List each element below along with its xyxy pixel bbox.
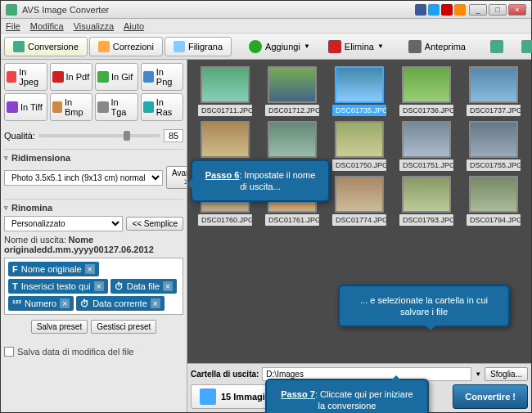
callout-step7: Passo 7: Cliccate qui per iniziare la co… xyxy=(265,379,429,413)
rotate-right-button[interactable] xyxy=(514,36,532,57)
tab-conversion[interactable]: Conversione xyxy=(4,37,88,56)
star-icon xyxy=(98,41,110,52)
app-icon xyxy=(6,4,17,16)
twitter-icon[interactable] xyxy=(428,4,440,16)
thumbnail-image xyxy=(268,121,317,158)
convert-icon xyxy=(13,41,25,52)
thumbnail-label: DSC01736.JPG xyxy=(399,105,453,116)
manage-preset-button[interactable]: Gestisci preset xyxy=(91,320,156,334)
format-in-png[interactable]: In Png xyxy=(141,63,184,91)
remove-tag-icon[interactable]: × xyxy=(94,281,104,291)
preview-button[interactable]: Anteprima xyxy=(401,36,473,57)
menu-view[interactable]: Visualizza xyxy=(74,21,114,31)
format-in-gif[interactable]: In Gif xyxy=(95,63,138,91)
menu-bar: File Modifica Visualizza Aiuto xyxy=(1,19,531,34)
thumbnail-item[interactable]: DSC01793.JPG xyxy=(395,176,458,226)
thumbnail-item[interactable]: DSC01751.JPG xyxy=(395,121,458,171)
rename-tag[interactable]: ⏱Data corrente× xyxy=(76,296,165,311)
format-in-pdf[interactable]: In Pdf xyxy=(50,63,93,91)
thumbnail-image xyxy=(201,121,250,158)
rotate-left-button[interactable] xyxy=(483,36,511,57)
thumbnail-image xyxy=(335,121,384,158)
remove-tag-icon[interactable]: × xyxy=(60,299,70,308)
titlebar[interactable]: AVS Image Converter _ □ × xyxy=(1,1,531,19)
minimize-button[interactable]: _ xyxy=(469,4,487,16)
facebook-icon[interactable] xyxy=(415,4,426,16)
youtube-icon[interactable] xyxy=(441,4,453,16)
rename-tag[interactable]: ¹²³Numero× xyxy=(8,296,74,311)
thumbnail-image xyxy=(469,121,518,158)
rename-mode-select[interactable]: Personalizzato xyxy=(4,216,123,231)
thumbnail-image xyxy=(469,66,518,103)
format-icon xyxy=(143,71,154,83)
thumbnail-item[interactable]: DSC01735.JPG xyxy=(328,66,390,116)
remove-button[interactable]: Elimina▼ xyxy=(321,36,391,57)
thumbnail-label: DSC01774.JPG xyxy=(332,214,386,226)
tab-watermark[interactable]: Filigrana xyxy=(165,37,232,56)
remove-tag-icon[interactable]: × xyxy=(151,299,160,308)
keep-date-checkbox[interactable]: Salva data di modifica del file xyxy=(4,347,183,357)
remove-tag-icon[interactable]: × xyxy=(85,264,95,274)
menu-file[interactable]: File xyxy=(6,21,20,31)
thumbnail-item[interactable]: DSC01774.JPG xyxy=(328,176,390,226)
format-icon xyxy=(7,71,16,83)
rename-tag[interactable]: TInserisci testo qui× xyxy=(8,279,108,294)
browse-button[interactable]: Sfoglia... xyxy=(485,367,528,381)
format-icon xyxy=(97,101,109,113)
menu-edit[interactable]: Modifica xyxy=(30,21,64,31)
thumbnail-image xyxy=(335,176,384,213)
simple-button[interactable]: << Semplice xyxy=(126,217,183,231)
rename-tags: FNome originale×TInserisci testo qui×⏱Da… xyxy=(4,258,183,315)
resize-preset-select[interactable]: Photo 3.5x5.1 inch (9x13 cm) normal xyxy=(4,170,163,186)
format-icon xyxy=(52,71,64,83)
format-icon xyxy=(52,101,62,113)
format-in-tga[interactable]: In Tga xyxy=(95,93,138,121)
thumbnail-label: DSC01793.JPG xyxy=(399,214,453,226)
social-icons xyxy=(415,4,466,16)
thumbnail-item[interactable]: DSC01794.JPG xyxy=(462,176,525,226)
thumbnail-item[interactable]: DSC01755.JPG xyxy=(462,121,525,171)
rename-tag[interactable]: FNome originale× xyxy=(8,262,99,276)
thumbnail-label: DSC01711.JPG xyxy=(198,105,252,116)
thumbnail-item[interactable]: DSC01711.JPG xyxy=(194,66,256,116)
thumbnail-label: DSC01750.JPG xyxy=(332,159,386,171)
preview-icon xyxy=(408,40,422,53)
format-in-jpeg[interactable]: In Jpeg xyxy=(4,63,47,91)
quality-input[interactable] xyxy=(164,129,183,142)
thumbnail-image xyxy=(402,121,451,158)
watermark-icon xyxy=(174,41,185,52)
output-folder-label: Cartella di uscita: xyxy=(191,370,259,379)
thumbnail-label: DSC01760.JPG xyxy=(198,214,252,226)
thumbnail-item[interactable]: DSC01737.JPG xyxy=(462,66,525,116)
plus-icon xyxy=(249,40,262,53)
thumbnail-item[interactable]: DSC01750.JPG xyxy=(328,121,390,171)
images-icon xyxy=(200,388,216,405)
thumbnail-item[interactable]: DSC01712.JPG xyxy=(261,66,323,116)
tab-corrections[interactable]: Correzioni xyxy=(89,37,163,56)
thumbnail-item[interactable]: DSC01736.JPG xyxy=(395,66,458,116)
chevron-down-icon[interactable]: ▿ xyxy=(4,204,8,212)
remove-tag-icon[interactable]: × xyxy=(163,281,173,291)
rename-tag[interactable]: ⏱Data file× xyxy=(110,279,177,294)
thumbnail-image xyxy=(335,66,384,103)
right-panel: DSC01711.JPGDSC01712.JPGDSC01735.JPGDSC0… xyxy=(187,60,531,412)
close-button[interactable]: × xyxy=(508,4,526,16)
thumbnail-label: DSC01737.JPG xyxy=(467,105,521,116)
resize-header: Ridimensiona xyxy=(11,153,70,163)
maximize-button[interactable]: □ xyxy=(489,4,507,16)
app-window: AVS Image Converter _ □ × File Modifica … xyxy=(0,0,532,413)
format-in-ras[interactable]: In Ras xyxy=(141,93,184,121)
save-preset-button[interactable]: Salva preset xyxy=(31,320,88,334)
format-in-tiff[interactable]: In Tiff xyxy=(4,93,47,121)
quality-label: Qualità: xyxy=(4,131,35,141)
add-button[interactable]: Aggiungi▼ xyxy=(241,36,318,57)
thumbnail-image xyxy=(469,176,518,213)
menu-help[interactable]: Aiuto xyxy=(124,21,144,31)
thumbnail-image xyxy=(402,66,451,103)
convert-button[interactable]: Convertire ! xyxy=(453,384,528,409)
quality-slider[interactable] xyxy=(38,134,160,137)
window-title: AVS Image Converter xyxy=(22,5,415,15)
rss-icon[interactable] xyxy=(454,4,466,16)
chevron-down-icon[interactable]: ▿ xyxy=(4,154,8,162)
format-in-bmp[interactable]: In Bmp xyxy=(50,93,93,121)
